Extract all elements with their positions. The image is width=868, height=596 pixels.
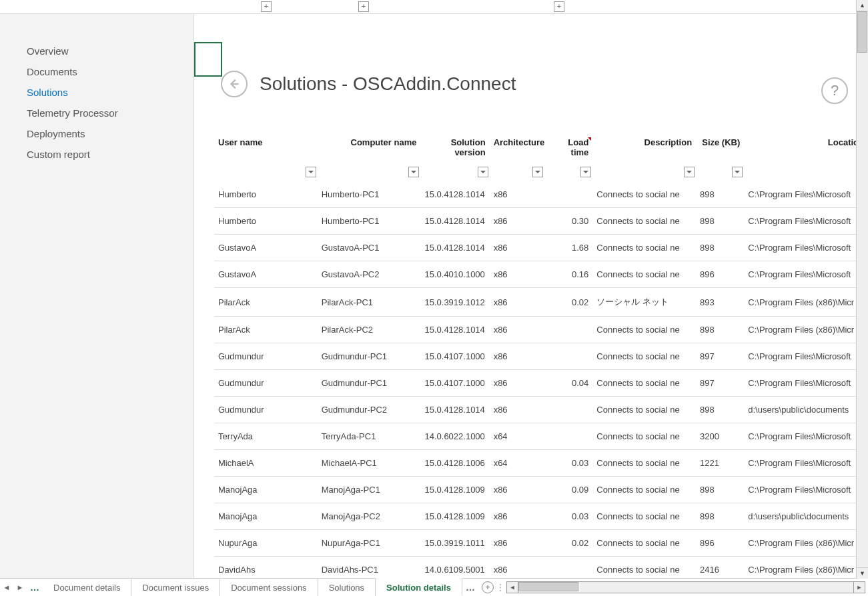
scroll-thumb[interactable] <box>857 11 867 53</box>
cell-description[interactable]: Connects to social ne <box>592 423 696 450</box>
sidebar-item-custom-report[interactable]: Custom report <box>0 144 193 165</box>
horizontal-scrollbar[interactable]: ◄ ► <box>504 579 868 596</box>
cell-location[interactable]: C:\Program Files\Microsoft <box>744 423 868 450</box>
cell-architecture[interactable]: x86 <box>490 370 545 397</box>
cell-size[interactable]: 897 <box>696 343 744 370</box>
table-row[interactable]: GudmundurGudmundur-PC115.0.4107.1000x86C… <box>214 343 868 370</box>
cell-load-time[interactable] <box>544 397 592 423</box>
cell-user-name[interactable]: Gudmundur <box>214 397 318 423</box>
cell-size[interactable]: 2416 <box>696 557 744 579</box>
cell-description[interactable]: Connects to social ne <box>592 503 696 530</box>
cell-location[interactable]: C:\Program Files\Microsoft <box>744 477 868 503</box>
cell-user-name[interactable]: MichaelA <box>214 450 318 477</box>
cell-architecture[interactable]: x86 <box>490 503 545 530</box>
cell-size[interactable]: 898 <box>696 235 744 261</box>
cell-solution-version[interactable]: 15.0.4128.1014 <box>420 235 489 261</box>
cell-user-name[interactable]: Humberto <box>214 208 318 235</box>
table-row[interactable]: PilarAckPilarAck-PC115.0.3919.1012x860.0… <box>214 288 868 317</box>
cell-location[interactable]: C:\Program Files\Microsoft <box>744 343 868 370</box>
cell-solution-version[interactable]: 15.0.4128.1009 <box>420 477 489 503</box>
cell-computer-name[interactable]: Gudmundur-PC1 <box>318 370 421 397</box>
table-row[interactable]: HumbertoHumberto-PC115.0.4128.1014x86Con… <box>214 181 868 208</box>
cell-size[interactable]: 898 <box>696 503 744 530</box>
cell-load-time[interactable] <box>544 343 592 370</box>
cell-location[interactable]: C:\Program Files\Microsoft <box>744 181 868 208</box>
filter-dropdown[interactable] <box>732 167 743 177</box>
cell-size[interactable]: 1221 <box>696 450 744 477</box>
tab-document-issues[interactable]: Document issues <box>131 579 220 596</box>
cell-architecture[interactable]: x86 <box>490 317 545 343</box>
cell-size[interactable]: 898 <box>696 477 744 503</box>
cell-size[interactable]: 898 <box>696 397 744 423</box>
cell-location[interactable]: C:\Program Files\Microsoft <box>744 261 868 288</box>
sidebar-item-overview[interactable]: Overview <box>0 41 193 61</box>
cell-description[interactable]: Connects to social ne <box>592 343 696 370</box>
cell-user-name[interactable]: Gudmundur <box>214 343 318 370</box>
cell-solution-version[interactable]: 14.0.6109.5001 <box>420 557 489 579</box>
cell-user-name[interactable]: ManojAga <box>214 503 318 530</box>
table-row[interactable]: GudmundurGudmundur-PC115.0.4107.1000x860… <box>214 370 868 397</box>
cell-solution-version[interactable]: 15.0.4128.1006 <box>420 450 489 477</box>
cell-location[interactable]: C:\Program Files (x86)\Micr <box>744 557 868 579</box>
cell-user-name[interactable]: GustavoA <box>214 261 318 288</box>
tab-document-details[interactable]: Document details <box>43 579 131 596</box>
table-row[interactable]: DavidAhsDavidAhs-PC114.0.6109.5001x86Con… <box>214 557 868 579</box>
table-row[interactable]: ManojAgaManojAga-PC115.0.4128.1009x860.0… <box>214 477 868 503</box>
cell-description[interactable]: Connects to social ne <box>592 477 696 503</box>
cell-computer-name[interactable]: Gudmundur-PC1 <box>318 343 421 370</box>
cell-solution-version[interactable]: 15.0.4128.1014 <box>420 208 489 235</box>
cell-description[interactable]: Connects to social ne <box>592 235 696 261</box>
cell-user-name[interactable]: Humberto <box>214 181 318 208</box>
help-button[interactable]: ? <box>821 77 848 104</box>
table-row[interactable]: PilarAckPilarAck-PC215.0.4128.1014x86Con… <box>214 317 868 343</box>
cell-user-name[interactable]: DavidAhs <box>214 557 318 579</box>
cell-solution-version[interactable]: 15.0.4010.1000 <box>420 261 489 288</box>
cell-solution-version[interactable]: 15.0.3919.1011 <box>420 530 489 557</box>
cell-size[interactable]: 898 <box>696 317 744 343</box>
cell-location[interactable]: C:\Program Files\Microsoft <box>744 450 868 477</box>
cell-description[interactable]: Connects to social ne <box>592 317 696 343</box>
cell-load-time[interactable] <box>544 181 592 208</box>
cell-computer-name[interactable]: Gudmundur-PC2 <box>318 397 421 423</box>
comment-indicator[interactable] <box>586 137 591 141</box>
cell-computer-name[interactable]: DavidAhs-PC1 <box>318 557 421 579</box>
table-row[interactable]: TerryAdaTerryAda-PC114.0.6022.1000x64Con… <box>214 423 868 450</box>
cell-computer-name[interactable]: ManojAga-PC1 <box>318 477 421 503</box>
cell-architecture[interactable]: x86 <box>490 397 545 423</box>
filter-dropdown[interactable] <box>684 167 695 177</box>
sheet-nav-next[interactable]: ► <box>13 579 27 596</box>
cell-size[interactable]: 896 <box>696 261 744 288</box>
tab-document-sessions[interactable]: Document sessions <box>220 579 318 596</box>
cell-load-time[interactable]: 0.09 <box>544 477 592 503</box>
back-button[interactable] <box>221 71 248 97</box>
cell-description[interactable]: Connects to social ne <box>592 397 696 423</box>
table-row[interactable]: GudmundurGudmundur-PC215.0.4128.1014x86C… <box>214 397 868 423</box>
cell-architecture[interactable]: x86 <box>490 530 545 557</box>
cell-computer-name[interactable]: PilarAck-PC2 <box>318 317 421 343</box>
filter-dropdown[interactable] <box>408 167 419 177</box>
cell-user-name[interactable]: TerryAda <box>214 423 318 450</box>
cell-size[interactable]: 897 <box>696 370 744 397</box>
cell-architecture[interactable]: x86 <box>490 208 545 235</box>
cell-location[interactable]: C:\Program Files (x86)\Micr <box>744 530 868 557</box>
table-row[interactable]: MichaelAMichaelA-PC115.0.4128.1006x640.0… <box>214 450 868 477</box>
cell-location[interactable]: C:\Program Files (x86)\Micr <box>744 317 868 343</box>
sidebar-item-telemetry-processor[interactable]: Telemetry Processor <box>0 103 193 123</box>
cell-solution-version[interactable]: 15.0.4128.1014 <box>420 181 489 208</box>
cell-solution-version[interactable]: 14.0.6022.1000 <box>420 423 489 450</box>
cell-description[interactable]: ソーシャル ネット <box>592 288 696 317</box>
cell-user-name[interactable]: PilarAck <box>214 288 318 317</box>
cell-computer-name[interactable]: ManojAga-PC2 <box>318 503 421 530</box>
cell-architecture[interactable]: x86 <box>490 343 545 370</box>
filter-dropdown[interactable] <box>580 167 591 177</box>
table-row[interactable]: GustavoAGustavoA-PC215.0.4010.1000x860.1… <box>214 261 868 288</box>
scroll-left-button[interactable]: ◄ <box>506 581 518 593</box>
cell-location[interactable]: d:\users\public\documents <box>744 503 868 530</box>
sidebar-item-documents[interactable]: Documents <box>0 61 193 82</box>
cell-architecture[interactable]: x86 <box>490 235 545 261</box>
cell-description[interactable]: Connects to social ne <box>592 557 696 579</box>
sheet-nav-prev[interactable]: ◄ <box>0 579 13 596</box>
cell-description[interactable]: Connects to social ne <box>592 261 696 288</box>
cell-load-time[interactable] <box>544 317 592 343</box>
cell-load-time[interactable]: 0.02 <box>544 530 592 557</box>
